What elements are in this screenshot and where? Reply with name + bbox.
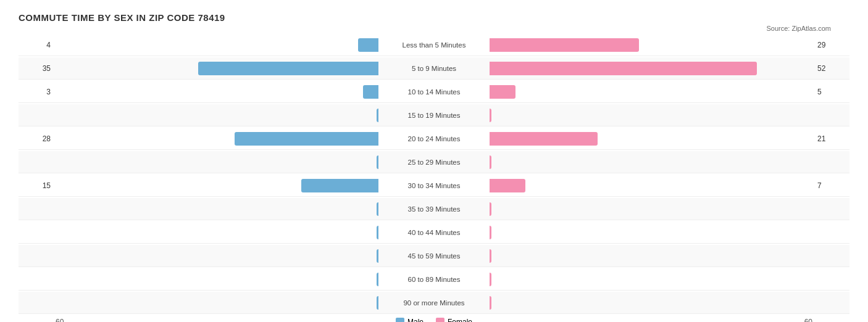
left-bars (56, 130, 378, 147)
bar-male (358, 38, 378, 52)
right-bars (490, 271, 812, 288)
bar-male (198, 62, 378, 75)
bars-wrapper: 35 to 39 Minutes (56, 200, 812, 218)
right-bars (490, 107, 812, 124)
row-label: 30 to 34 Minutes (378, 182, 490, 189)
bars-wrapper: 15 to 19 Minutes (56, 107, 812, 124)
legend: Male Female (396, 318, 472, 322)
chart-row: 15 30 to 34 Minutes 7 (19, 175, 849, 197)
row-label: 45 to 59 Minutes (378, 252, 490, 260)
left-bars (56, 36, 378, 54)
bar-section: 30 to 34 Minutes (56, 177, 812, 194)
bar-section: 20 to 24 Minutes (56, 130, 812, 147)
bar-female (490, 62, 757, 75)
female-value: 7 (812, 181, 849, 190)
legend-female-label: Female (448, 318, 472, 322)
bars-wrapper: 45 to 59 Minutes (56, 247, 812, 265)
right-bars (490, 83, 812, 101)
bar-section: 40 to 44 Minutes (56, 224, 812, 241)
right-bars (490, 224, 812, 241)
chart-footer: 60 Male Female 60 (19, 318, 849, 322)
right-bars (490, 177, 812, 194)
bar-female (490, 132, 598, 146)
chart-row: 90 or more Minutes (19, 292, 849, 314)
left-bars (56, 247, 378, 265)
bars-wrapper: 30 to 34 Minutes (56, 177, 812, 194)
bar-female (490, 155, 491, 169)
chart-row: 4 Less than 5 Minutes 29 (19, 34, 849, 56)
chart-rows: 4 Less than 5 Minutes 29 35 5 to 9 Minut… (19, 34, 849, 314)
bar-female (490, 179, 525, 192)
axis-right-label: 60 (804, 318, 812, 322)
chart-row: 35 5 to 9 Minutes 52 (19, 57, 849, 80)
right-bars (490, 294, 812, 312)
bar-section: 10 to 14 Minutes (56, 83, 812, 101)
female-value: 29 (812, 41, 849, 49)
row-label: 90 or more Minutes (378, 299, 490, 307)
bar-section: 90 or more Minutes (56, 294, 812, 312)
bars-wrapper: 10 to 14 Minutes (56, 83, 812, 101)
chart-container: 4 Less than 5 Minutes 29 35 5 to 9 Minut… (19, 28, 849, 322)
left-bars (56, 107, 378, 124)
female-value: 21 (812, 134, 849, 143)
left-bars (56, 154, 378, 171)
bar-section: 15 to 19 Minutes (56, 107, 812, 124)
chart-row: 25 to 29 Minutes (19, 151, 849, 173)
bar-section: 25 to 29 Minutes (56, 154, 812, 171)
row-label: 15 to 19 Minutes (378, 112, 490, 119)
right-bars (490, 247, 812, 265)
bars-wrapper: Less than 5 Minutes (56, 36, 812, 54)
row-label: 5 to 9 Minutes (378, 65, 490, 72)
bars-wrapper: 40 to 44 Minutes (56, 224, 812, 241)
right-bars (490, 200, 812, 218)
left-bars (56, 271, 378, 288)
bars-wrapper: 90 or more Minutes (56, 294, 812, 312)
row-label: 40 to 44 Minutes (378, 229, 490, 236)
row-label: 60 to 89 Minutes (378, 276, 490, 283)
bar-female (490, 273, 491, 286)
row-label: 10 to 14 Minutes (378, 88, 490, 96)
legend-female-box (436, 318, 444, 322)
bars-wrapper: 5 to 9 Minutes (56, 60, 812, 77)
chart-row: 45 to 59 Minutes (19, 245, 849, 267)
legend-male-box (396, 318, 404, 322)
bar-female (490, 202, 491, 216)
bar-section: 45 to 59 Minutes (56, 247, 812, 265)
male-value: 4 (19, 41, 56, 49)
left-bars (56, 177, 378, 194)
left-bars (56, 294, 378, 312)
bar-female (490, 226, 491, 239)
bar-section: Less than 5 Minutes (56, 36, 812, 54)
right-bars (490, 154, 812, 171)
bar-section: 60 to 89 Minutes (56, 271, 812, 288)
bars-wrapper: 60 to 89 Minutes (56, 271, 812, 288)
chart-row: 3 10 to 14 Minutes 5 (19, 81, 849, 103)
bars-wrapper: 25 to 29 Minutes (56, 154, 812, 171)
legend-female: Female (436, 318, 472, 322)
left-bars (56, 83, 378, 101)
bar-section: 5 to 9 Minutes (56, 60, 812, 77)
legend-male-label: Male (407, 318, 424, 322)
male-value: 3 (19, 88, 56, 96)
bar-section: 35 to 39 Minutes (56, 200, 812, 218)
chart-row: 60 to 89 Minutes (19, 268, 849, 291)
chart-row: 15 to 19 Minutes (19, 104, 849, 126)
left-bars (56, 224, 378, 241)
row-label: Less than 5 Minutes (378, 41, 490, 49)
bar-male (235, 132, 378, 146)
female-value: 5 (812, 88, 849, 96)
chart-row: 35 to 39 Minutes (19, 198, 849, 220)
chart-row: 28 20 to 24 Minutes 21 (19, 128, 849, 150)
bar-female (490, 38, 639, 52)
male-value: 28 (19, 134, 56, 143)
left-bars (56, 200, 378, 218)
row-label: 20 to 24 Minutes (378, 135, 490, 142)
bar-female (490, 249, 491, 263)
row-label: 35 to 39 Minutes (378, 205, 490, 213)
right-bars (490, 36, 812, 54)
male-value: 15 (19, 181, 56, 190)
right-bars (490, 130, 812, 147)
chart-title: COMMUTE TIME BY SEX IN ZIP CODE 78419 (19, 12, 849, 23)
axis-left-label: 60 (56, 318, 64, 322)
right-bars (490, 60, 812, 77)
